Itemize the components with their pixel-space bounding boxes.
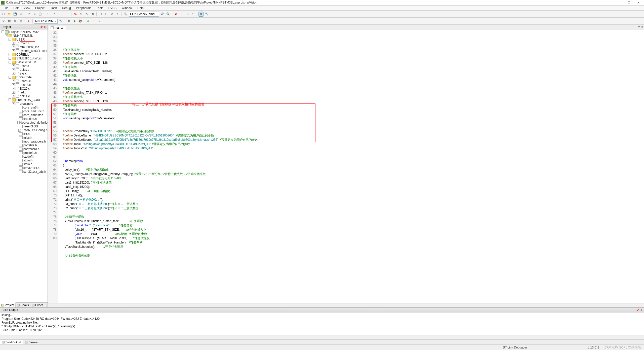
refresh-icon[interactable]: ⟳: [97, 19, 102, 24]
tree-node[interactable]: +croutine.c: [0, 102, 48, 106]
code-line[interactable]: //任务优先级: [63, 86, 644, 91]
undo-icon[interactable]: ↶: [46, 12, 51, 17]
code-line[interactable]: #define TopicPost "$thing/up/property/H3…: [63, 146, 644, 151]
code-line[interactable]: (void* )NULL, //传递给任务函数的参数: [63, 232, 644, 236]
code-line[interactable]: void connect_task(void *pvParameters);: [63, 78, 644, 82]
cut-icon[interactable]: ✂: [26, 12, 31, 17]
debug-icon[interactable]: ◉: [173, 12, 178, 17]
code-line[interactable]: uart2_init(115200); //与NB模块通信: [63, 181, 644, 185]
code-line[interactable]: NVIC_PriorityGroupConfig(NVIC_PriorityGr…: [63, 172, 644, 176]
tree-node[interactable]: stm32l1xx.h: [0, 166, 48, 170]
menu-project[interactable]: Project: [33, 6, 47, 10]
code-line[interactable]: //任务堆栈大小: [63, 95, 644, 99]
collapse-icon[interactable]: -: [9, 98, 11, 101]
bookmark-clear-icon[interactable]: ✖: [90, 12, 95, 17]
expand-icon[interactable]: +: [9, 53, 11, 56]
tree-node[interactable]: FreeRTOSConfig.h: [0, 128, 48, 132]
code-line[interactable]: //创建开始函数: [63, 215, 644, 219]
tree-node[interactable]: +main.c: [0, 41, 48, 45]
code-line[interactable]: //任务优先级: [63, 48, 644, 52]
menu-view[interactable]: View: [22, 6, 32, 10]
code-line[interactable]: [63, 121, 644, 125]
tree-node[interactable]: -BasicSYSTEM: [0, 60, 48, 64]
menu-tools[interactable]: Tools: [94, 6, 105, 10]
incremental-find-icon[interactable]: 🔍: [166, 12, 171, 17]
menu-debug[interactable]: Debug: [60, 6, 73, 10]
paste-icon[interactable]: 📋: [38, 12, 43, 17]
code-body[interactable]: 将上一步获取到的信息根据字段填入相对应的信息 //任务优先级#define co…: [62, 30, 644, 303]
code-line[interactable]: LED_Init(); //LED端口初始化: [63, 189, 644, 193]
tree-node[interactable]: -FreeRTOS_CORE: [0, 98, 48, 102]
code-line[interactable]: //开始任务任务函数: [63, 253, 644, 258]
outdent-icon[interactable]: ⇤: [104, 12, 109, 17]
menu-window[interactable]: Window: [119, 6, 134, 10]
code-line[interactable]: printf("串口一初始化OK\r\n");: [63, 198, 644, 202]
menu-flash[interactable]: Flash: [48, 6, 59, 10]
code-line[interactable]: u3_printf("串口三初始化成功\r\n");//打印串口三测试数据: [63, 202, 644, 206]
open-file-icon[interactable]: 📂: [7, 12, 12, 17]
tree-node[interactable]: -Project: NNHPSTM32L: [0, 30, 48, 34]
tree-node[interactable]: FreeRTOS.h: [0, 124, 48, 128]
code-line[interactable]: //任务函数: [63, 112, 644, 116]
expand-icon[interactable]: +: [12, 72, 15, 75]
expand-icon[interactable]: +: [12, 46, 15, 48]
comment-icon[interactable]: //: [109, 12, 114, 17]
code-line[interactable]: DHT11_Init();: [63, 193, 644, 198]
code-line[interactable]: (uint16_t )START_STK_SIZE, //任务堆栈大小: [63, 228, 644, 232]
download-icon[interactable]: ⬇: [26, 19, 31, 24]
tree-node[interactable]: +STM32F10xFWLib: [0, 56, 48, 60]
tree-node[interactable]: +sys.c: [0, 72, 48, 75]
batch-build-icon[interactable]: ▤: [18, 19, 23, 24]
code-line[interactable]: (const char* )"start_task", //任务名称: [63, 223, 644, 228]
collapse-icon[interactable]: -: [5, 34, 8, 37]
indent-icon[interactable]: ⇥: [98, 12, 103, 17]
code-line[interactable]: (TaskHandle_t* )&StartTask_Handler); //任…: [63, 240, 644, 245]
configure-icon[interactable]: 🔧: [204, 12, 209, 17]
code-line[interactable]: delay_init(); //延时函数初始化: [63, 168, 644, 172]
books-icon[interactable]: 📚: [78, 19, 83, 24]
code-line[interactable]: TaskHandle_t connectTask_Handler;: [63, 69, 644, 74]
code-line[interactable]: uart_init(115200); //串口初始化为115200: [63, 176, 644, 181]
bookmark-prev-icon[interactable]: ⇱: [78, 12, 84, 17]
breakpoint-insert-icon[interactable]: ○: [179, 12, 184, 17]
expand-icon[interactable]: +: [9, 57, 11, 60]
expand-icon[interactable]: +: [12, 102, 15, 105]
fold-column[interactable]: [58, 30, 62, 303]
expand-icon[interactable]: +: [12, 87, 15, 90]
pin-icon[interactable]: 📌: [40, 26, 43, 28]
tools-icon[interactable]: ✦: [91, 19, 96, 24]
code-line[interactable]: #define connect_STK_SIZE 128: [63, 61, 644, 65]
code-line[interactable]: uart3_init(115200);: [63, 185, 644, 189]
uncomment-icon[interactable]: /!: [115, 12, 120, 17]
bottom-tab-browser[interactable]: Browser: [23, 340, 41, 344]
build-output-body[interactable]: linking...Program Size: Code=22448 RO-da…: [0, 312, 644, 335]
code-line[interactable]: u2_printf("串口三初始化成功\r\n");//打印串口三测试数据: [63, 206, 644, 211]
collapse-icon[interactable]: -: [9, 61, 11, 63]
code-line[interactable]: [63, 82, 644, 86]
tree-node[interactable]: +stm32l1xx_it.c: [0, 45, 48, 49]
bookmark-icon[interactable]: 🔖: [73, 12, 78, 17]
save-all-icon[interactable]: ⎘: [18, 12, 23, 17]
tree-node[interactable]: list.h: [0, 132, 48, 136]
tree-node[interactable]: stddef.h: [0, 155, 48, 158]
window-layout-icon[interactable]: ▦: [198, 12, 204, 17]
code-line[interactable]: void sending_task(void *pvParameters);: [63, 116, 644, 121]
redo-icon[interactable]: ↷: [51, 12, 56, 17]
tab-dropdown-icon[interactable]: ▾: [638, 25, 640, 29]
tree-node[interactable]: +BC20.c: [0, 87, 48, 90]
code-line[interactable]: //任务函数: [63, 74, 644, 78]
translate-icon[interactable]: ⚙: [1, 19, 6, 24]
new-file-icon[interactable]: ▢: [1, 12, 6, 17]
menu-file[interactable]: File: [2, 6, 10, 10]
bookmark-next-icon[interactable]: ⇲: [84, 12, 89, 17]
menu-edit[interactable]: Edit: [11, 6, 21, 10]
expand-icon[interactable]: +: [12, 49, 15, 52]
horizontal-scrollbar[interactable]: [0, 335, 644, 339]
expand-icon[interactable]: +: [12, 68, 15, 71]
expand-icon[interactable]: +: [12, 80, 15, 82]
find-icon[interactable]: 🔍: [123, 12, 128, 17]
code-line[interactable]: #define connect_TASK_PRIO 2: [63, 52, 644, 56]
code-line[interactable]: #define DeviceName "H34DHGTU9SBC20MQTT;1…: [63, 133, 644, 138]
editor-tab-main[interactable]: main.c: [49, 25, 66, 30]
tree-node[interactable]: projdefs.h: [0, 151, 48, 155]
